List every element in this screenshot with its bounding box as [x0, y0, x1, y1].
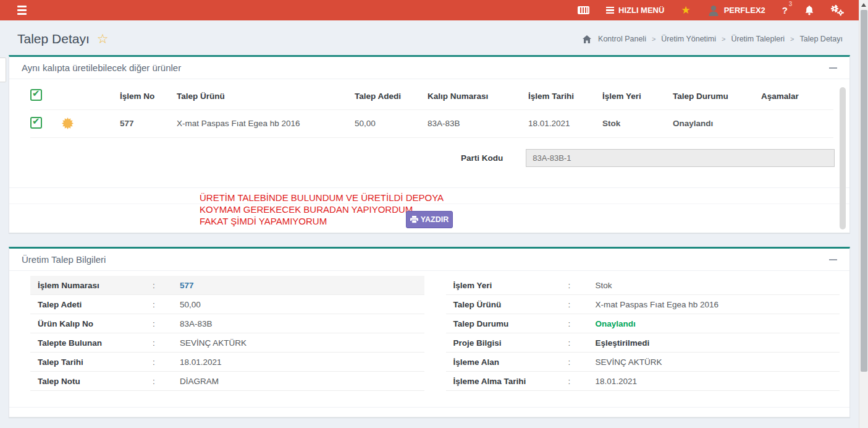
- home-icon: [583, 35, 591, 43]
- detail-row: Talep Ürünü : X-mat Paspas Fıat Egea hb …: [446, 295, 840, 314]
- detail-row: İşlem Yeri : Stok: [446, 276, 840, 295]
- detail-row: İşleme Alan : SEVİNÇ AKTÜRK: [446, 353, 840, 372]
- table-row[interactable]: 577 X-mat Paspas Fıat Egea hb 2016 50,00…: [30, 109, 833, 137]
- cell-islem-no[interactable]: 577: [120, 109, 177, 137]
- main-content: Talep Detayı ☆ Kontrol Paneli > Üretim Y…: [0, 20, 859, 428]
- islem-numarasi-value[interactable]: 577: [180, 281, 194, 290]
- print-button[interactable]: YAZDIR: [406, 211, 453, 228]
- row-checkbox[interactable]: [30, 117, 42, 129]
- collapse-icon[interactable]: [829, 67, 837, 69]
- details-right-column: İşlem Yeri : Stok Talep Ürünü : X-mat Pa…: [446, 276, 840, 391]
- help-badge: 3: [789, 1, 793, 7]
- details-left-column: İşlem Numarası : 577 Talep Adeti : 50,00…: [30, 276, 424, 391]
- detail-row: Talep Tarihi : 18.01.2021: [30, 353, 424, 372]
- detail-row: Talep Notu : DİAGRAM: [30, 372, 424, 391]
- cell-talep-urunu: X-mat Paspas Fıat Egea hb 2016: [177, 109, 355, 137]
- columns-icon[interactable]: [578, 6, 589, 14]
- page-title: Talep Detayı: [17, 32, 90, 46]
- breadcrumb-kontrol-paneli[interactable]: Kontrol Paneli: [598, 35, 646, 43]
- talep-durumu-value: Onaylandı: [596, 319, 636, 328]
- cell-talep-adedi: 50,00: [355, 109, 428, 137]
- other-products-table: İşlem No Talep Ürünü Talep Adedi Kalıp N…: [30, 83, 833, 138]
- detail-row: İşlem Numarası : 577: [30, 276, 424, 295]
- breadcrumb-uretim-talepleri[interactable]: Üretim Talepleri: [731, 35, 785, 43]
- scroll-up-arrow[interactable]: [861, 3, 866, 7]
- col-islem-no: İşlem No: [120, 83, 177, 109]
- breadcrumb-uretim-yonetimi[interactable]: Üretim Yönetimi: [661, 35, 716, 43]
- breadcrumb-talep-detayi[interactable]: Talep Detayı: [800, 35, 843, 43]
- cell-talep-durumu: Onaylandı: [673, 109, 761, 137]
- top-navbar: HIZLI MENÜ ★ PERFLEX2 ? 3: [0, 0, 859, 20]
- col-islem-yeri: İşlem Yeri: [602, 83, 673, 109]
- help-question-icon: ?: [782, 5, 788, 15]
- breadcrumb: Kontrol Paneli > Üretim Yönetimi > Üreti…: [583, 35, 843, 43]
- cell-islem-yeri: Stok: [602, 109, 673, 137]
- detail-row: Ürün Kalıp No : 83A-83B: [30, 314, 424, 333]
- favorites-star-icon[interactable]: ★: [681, 4, 690, 17]
- cell-asamalar: [761, 109, 833, 137]
- col-talep-urunu: Talep Ürünü: [177, 83, 355, 109]
- cell-kalip-numarasi: 83A-83B: [428, 109, 528, 137]
- scrollbar-thumb[interactable]: [861, 10, 867, 372]
- page-scrollbar[interactable]: [859, 0, 868, 428]
- settings-gears-icon[interactable]: [831, 5, 844, 16]
- quick-menu-label: HIZLI MENÜ: [618, 6, 664, 15]
- col-talep-durumu: Talep Durumu: [673, 83, 761, 109]
- help-button[interactable]: ? 3: [782, 5, 788, 15]
- menu-icon: [606, 7, 614, 14]
- parti-kodu-label: Parti Kodu: [461, 153, 503, 163]
- quick-menu-button[interactable]: HIZLI MENÜ: [606, 6, 664, 15]
- panel-other-products-title: Aynı kalıpta üretilebilecek diğer ürünle…: [22, 62, 181, 73]
- bookmark-star-icon[interactable]: ☆: [97, 32, 109, 46]
- avatar-icon: [707, 4, 720, 17]
- table-header-row: İşlem No Talep Ürünü Talep Adedi Kalıp N…: [30, 83, 833, 109]
- panel-other-products: Aynı kalıpta üretilebilecek diğer ürünle…: [9, 55, 850, 233]
- detail-row: Proje Bilgisi : Eşleştirilmedi: [446, 333, 840, 353]
- breadcrumb-separator: >: [790, 35, 794, 43]
- parti-kodu-input[interactable]: [526, 149, 835, 167]
- collapsed-sidebar-tab[interactable]: [0, 58, 6, 82]
- user-menu[interactable]: PERFLEX2: [707, 4, 765, 17]
- panel-request-info: Üretim Talep Bilgileri İşlem Numarası : …: [9, 247, 850, 417]
- detail-row: Talep Adeti : 50,00: [30, 295, 424, 314]
- detail-row: Talep Durumu : Onaylandı: [446, 314, 840, 333]
- username-label: PERFLEX2: [724, 6, 765, 15]
- breadcrumb-separator: >: [722, 35, 725, 43]
- detail-row: Talepte Bulunan : SEVİNÇ AKTÜRK: [30, 333, 424, 353]
- table-scrollbar[interactable]: [840, 87, 846, 229]
- sun-icon: [61, 117, 120, 130]
- notifications-bell-icon[interactable]: [804, 5, 814, 15]
- printer-icon: [410, 216, 418, 223]
- breadcrumb-separator: >: [652, 35, 655, 43]
- col-islem-tarihi: İşlem Tarihi: [528, 83, 602, 109]
- select-all-checkbox[interactable]: [30, 89, 42, 101]
- col-talep-adedi: Talep Adedi: [355, 83, 428, 109]
- collapse-icon[interactable]: [829, 259, 837, 260]
- sidebar-toggle-icon[interactable]: [17, 6, 27, 15]
- col-asamalar: Aşamalar: [761, 83, 833, 109]
- col-kalip-numarasi: Kalıp Numarası: [428, 83, 528, 109]
- panel-request-info-title: Üretim Talep Bilgileri: [22, 254, 106, 265]
- detail-row: İşleme Alma Tarihi : 18.01.2021: [446, 372, 840, 391]
- cell-islem-tarihi: 18.01.2021: [528, 109, 602, 137]
